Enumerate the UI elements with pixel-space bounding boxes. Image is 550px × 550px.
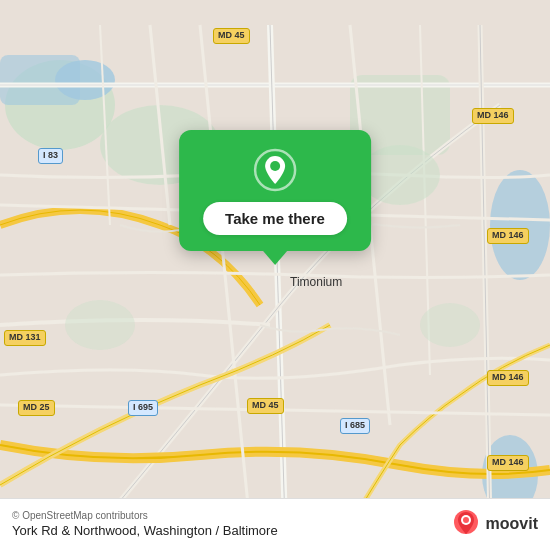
svg-point-22 — [270, 161, 280, 171]
take-me-there-button[interactable]: Take me there — [203, 202, 347, 235]
location-pin-icon — [253, 148, 297, 192]
badge-md45-top: MD 45 — [213, 28, 250, 44]
badge-i685: I 685 — [340, 418, 370, 434]
copyright-text: © OpenStreetMap contributors — [12, 510, 278, 521]
bottom-bar: © OpenStreetMap contributors York Rd & N… — [0, 498, 550, 550]
map-container: MD 45 I 83 MD 146 MD 146 MD 146 MD 131 M… — [0, 0, 550, 550]
svg-point-25 — [463, 517, 469, 523]
moovit-text: moovit — [486, 515, 538, 533]
moovit-logo-icon — [450, 508, 482, 540]
moovit-logo[interactable]: moovit — [450, 508, 538, 540]
svg-point-18 — [360, 145, 440, 205]
badge-md146-mid: MD 146 — [487, 228, 529, 244]
svg-point-4 — [490, 170, 550, 280]
badge-i695: I 695 — [128, 400, 158, 416]
badge-md45-bot: MD 45 — [247, 398, 284, 414]
badge-md25: MD 25 — [18, 400, 55, 416]
badge-i83: I 83 — [38, 148, 63, 164]
badge-md146-far-bot: MD 146 — [487, 455, 529, 471]
location-text: York Rd & Northwood, Washington / Baltim… — [12, 523, 278, 538]
badge-md146-bot: MD 146 — [487, 370, 529, 386]
svg-point-19 — [65, 300, 135, 350]
svg-point-20 — [420, 303, 480, 347]
bottom-left: © OpenStreetMap contributors York Rd & N… — [12, 510, 278, 538]
map-background — [0, 0, 550, 550]
popup-card: Take me there — [179, 130, 371, 251]
badge-md131: MD 131 — [4, 330, 46, 346]
badge-md146-top: MD 146 — [472, 108, 514, 124]
svg-rect-3 — [0, 55, 80, 105]
